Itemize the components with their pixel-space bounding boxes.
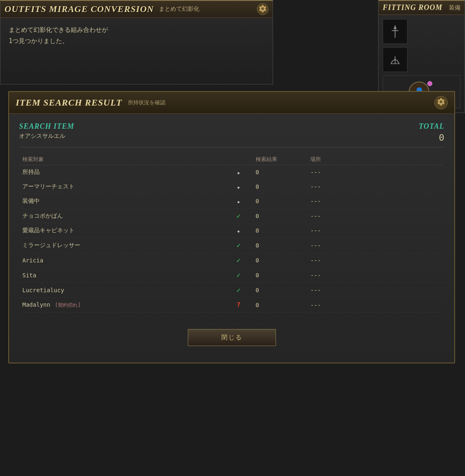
row-place: ---: [307, 165, 444, 180]
row-count: 0: [252, 238, 307, 253]
row-count: 0: [252, 268, 307, 283]
fitting-room-header: FITTING ROOM 装備: [379, 1, 465, 15]
row-count: 0: [252, 180, 307, 194]
search-item-value: オアシスサルエル: [19, 132, 74, 140]
row-icon: ✓: [225, 209, 252, 224]
search-header-row: SEARCH ITEM オアシスサルエル TOTAL 0: [19, 122, 444, 147]
row-icon: ◆: [225, 194, 252, 209]
table-row: 装備中◆0---: [19, 194, 444, 209]
row-name: Sita: [19, 268, 225, 283]
row-count: 0: [252, 224, 307, 238]
row-icon: ✓: [225, 253, 252, 268]
table-row: 愛蔵品キャビネット◆0---: [19, 224, 444, 238]
outfits-mirage-panel: OUTFITS MIRAGE CONVERSION まとめて幻影化 まとめて幻影…: [0, 0, 273, 84]
row-icon: ◆: [225, 165, 252, 180]
result-table: 検索対象 検索結果 場所 所持品◆0---アーマリーチェスト◆0---装備中◆0…: [19, 154, 444, 313]
col-header-icon: [225, 154, 252, 165]
diamond-icon: ◆: [237, 185, 240, 190]
row-count: 0: [252, 165, 307, 180]
row-place: ---: [307, 283, 444, 298]
row-icon: ◆: [225, 180, 252, 194]
close-dialog-button[interactable]: [434, 96, 448, 109]
table-row: Lucretialucy✓0---: [19, 283, 444, 298]
total-section: TOTAL 0: [419, 122, 444, 143]
row-place: ---: [307, 238, 444, 253]
check-icon: ✓: [237, 212, 241, 220]
col-header-place: 場所: [307, 154, 444, 165]
message-line1: まとめて幻影化できる組み合わせが: [9, 24, 264, 36]
row-place: ---: [307, 298, 444, 313]
row-place: ---: [307, 194, 444, 209]
check-icon: ✓: [237, 286, 241, 294]
table-body: 所持品◆0---アーマリーチェスト◆0---装備中◆0---チョコボかばん✓0-…: [19, 165, 444, 313]
top-panel-header: OUTFITS MIRAGE CONVERSION まとめて幻影化: [0, 1, 273, 18]
top-panel-body: まとめて幻影化できる組み合わせが 1つ見つかりました。: [0, 18, 273, 84]
message-line2: 1つ見つかりました。: [9, 36, 264, 47]
table-row: チョコボかばん✓0---: [19, 209, 444, 224]
row-count: 0: [252, 209, 307, 224]
row-name: ミラージュドレッサー: [19, 238, 225, 253]
table-row: ミラージュドレッサー✓0---: [19, 238, 444, 253]
row-count: 0: [252, 283, 307, 298]
table-row: アーマリーチェスト◆0---: [19, 180, 444, 194]
row-name: アーマリーチェスト: [19, 180, 225, 194]
search-item-section: SEARCH ITEM オアシスサルエル: [19, 122, 74, 140]
dialog-header: ITEM SEARCH RESULT 所持状況を確認: [9, 92, 454, 114]
col-header-count: 検索結果: [252, 154, 307, 165]
row-place: ---: [307, 268, 444, 283]
row-name: 愛蔵品キャビネット: [19, 224, 225, 238]
total-value: 0: [419, 132, 444, 143]
row-place: ---: [307, 180, 444, 194]
row-count: 0: [252, 194, 307, 209]
row-place: ---: [307, 209, 444, 224]
check-icon: ✓: [237, 256, 241, 264]
weapon-slot-2: [383, 47, 407, 72]
table-row: Aricia✓0---: [19, 253, 444, 268]
row-place: ---: [307, 253, 444, 268]
row-place: ---: [307, 224, 444, 238]
table-row: Sita✓0---: [19, 268, 444, 283]
row-count: 0: [252, 253, 307, 268]
expired-tag: [契約切れ]: [52, 302, 81, 308]
dialog-subtitle: 所持状況を確認: [128, 99, 165, 106]
search-item-label: SEARCH ITEM: [19, 122, 74, 131]
table-row: 所持品◆0---: [19, 165, 444, 180]
row-name: Madalynn [契約切れ]: [19, 298, 225, 313]
row-icon: ✓: [225, 268, 252, 283]
close-outfits-button[interactable]: [257, 3, 268, 15]
weapon-slot-1: [383, 19, 407, 44]
row-icon: ◆: [225, 224, 252, 238]
row-count: 0: [252, 298, 307, 313]
row-icon: ✓: [225, 238, 252, 253]
close-dialog-icon: [436, 97, 446, 108]
row-name: 装備中: [19, 194, 225, 209]
row-icon: ✓: [225, 283, 252, 298]
col-header-name: 検索対象: [19, 154, 225, 165]
question-icon: ?: [237, 301, 241, 309]
row-name: チョコボかばん: [19, 209, 225, 224]
close-outfits-icon: [258, 4, 267, 14]
row-name: 所持品: [19, 165, 225, 180]
check-icon: ✓: [237, 271, 241, 279]
total-label: TOTAL: [419, 122, 444, 131]
dialog-title: ITEM SEARCH RESULT: [16, 97, 122, 108]
row-name: Lucretialucy: [19, 283, 225, 298]
row-name: Aricia: [19, 253, 225, 268]
fitting-room-subtitle: 装備: [449, 4, 460, 12]
diamond-icon: ◆: [237, 229, 240, 233]
fitting-room-title: FITTING ROOM: [383, 3, 443, 12]
item-search-result-dialog: ITEM SEARCH RESULT 所持状況を確認 SEARCH ITEM オ…: [8, 91, 455, 363]
diamond-icon: ◆: [237, 200, 240, 204]
row-icon: ?: [225, 298, 252, 313]
close-main-button[interactable]: 閉じる: [188, 329, 276, 346]
table-row: Madalynn [契約切れ]?0---: [19, 298, 444, 313]
outfits-mirage-subtitle: まとめて幻影化: [159, 5, 199, 13]
diamond-icon: ◆: [237, 171, 240, 175]
svg-marker-2: [393, 25, 397, 29]
table-header: 検索対象 検索結果 場所: [19, 154, 444, 165]
outfits-mirage-title: OUTFITS MIRAGE CONVERSION: [5, 4, 154, 14]
dialog-body: SEARCH ITEM オアシスサルエル TOTAL 0 検索対象 検索結果 場…: [9, 114, 454, 363]
check-icon: ✓: [237, 241, 241, 249]
dialog-footer: 閉じる: [19, 321, 444, 354]
